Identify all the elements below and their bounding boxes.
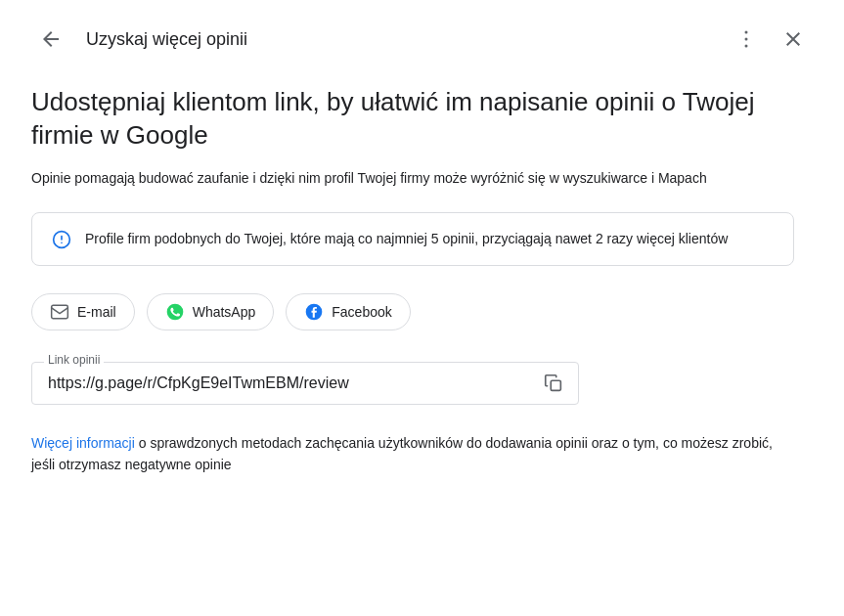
email-icon [50, 302, 69, 322]
footer-rest-text: o sprawdzonych metodach zachęcania użytk… [31, 435, 773, 472]
back-icon [39, 27, 63, 51]
info-icon [52, 230, 71, 249]
header: Uzyskaj więcej opinii [31, 20, 813, 59]
svg-point-0 [745, 31, 748, 34]
info-box: Profile firm podobnych do Twojej, które … [31, 212, 794, 266]
svg-point-2 [745, 45, 748, 48]
back-button[interactable] [31, 20, 70, 59]
link-field-wrapper: Link opinii https://g.page/r/CfpKgE9eITw… [31, 362, 579, 405]
email-button-label: E-mail [77, 304, 116, 320]
svg-point-1 [745, 38, 748, 41]
facebook-share-button[interactable]: Facebook [286, 293, 410, 330]
copy-icon [543, 373, 564, 394]
header-icons [727, 20, 813, 59]
svg-point-6 [166, 303, 183, 320]
header-left: Uzyskaj więcej opinii [31, 20, 247, 59]
link-field-value: https://g.page/r/CfpKgE9eITwmEBM/review [48, 374, 349, 391]
whatsapp-button-label: WhatsApp [193, 304, 256, 320]
close-button[interactable] [774, 20, 813, 59]
copy-button[interactable] [539, 369, 568, 398]
footer-text: Więcej informacji o sprawdzonych metodac… [31, 432, 794, 476]
share-buttons: E-mail WhatsApp Facebook [31, 293, 813, 330]
svg-rect-5 [52, 305, 68, 318]
main-heading: Udostępniaj klientom link, by ułatwić im… [31, 86, 794, 153]
info-text: Profile firm podobnych do Twojej, które … [85, 229, 728, 249]
email-share-button[interactable]: E-mail [31, 293, 135, 330]
more-button[interactable] [727, 20, 766, 59]
whatsapp-icon [165, 302, 185, 322]
link-field-label: Link opinii [44, 353, 104, 367]
close-icon [781, 27, 805, 51]
facebook-button-label: Facebook [332, 304, 391, 320]
svg-rect-8 [551, 380, 560, 390]
more-icon [734, 27, 758, 51]
header-title: Uzyskaj więcej opinii [86, 29, 247, 50]
sub-text: Opinie pomagają budować zaufanie i dzięk… [31, 168, 794, 189]
svg-point-4 [61, 242, 63, 243]
whatsapp-share-button[interactable]: WhatsApp [147, 293, 275, 330]
link-field-container: Link opinii https://g.page/r/CfpKgE9eITw… [31, 362, 579, 405]
footer-link[interactable]: Więcej informacji [31, 435, 135, 451]
facebook-icon [304, 302, 324, 322]
